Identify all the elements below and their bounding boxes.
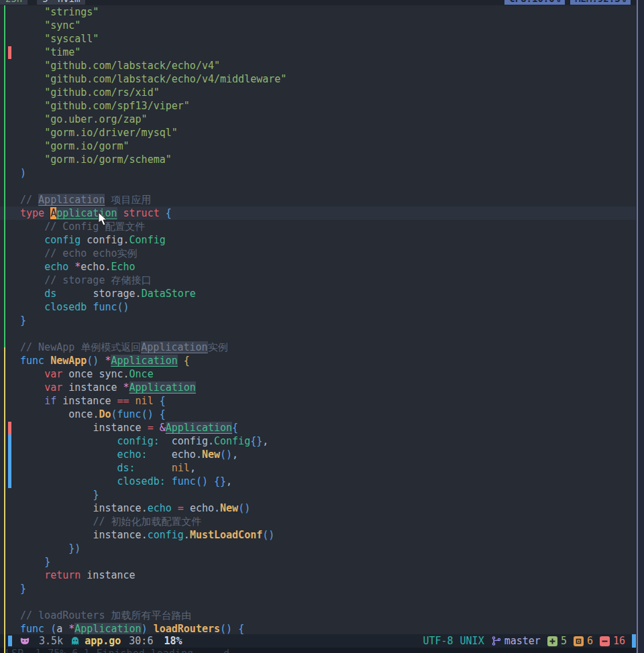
statusline: 3.5k app.go 30:6 18% UTF-8 UNIX master 5… [0, 634, 637, 648]
git-sign-blue [8, 475, 11, 488]
code-line[interactable]: ds storage.DataStore [0, 287, 636, 300]
code-line[interactable]: "gorm.io/gorm/schema" [0, 153, 636, 166]
tmux-clock: 25h [0, 0, 28, 5]
code-line[interactable]: "go.uber.org/zap" [0, 113, 636, 126]
code-line[interactable]: if instance == nil { [0, 394, 636, 408]
git-sign-blue [8, 461, 11, 475]
code-line[interactable]: } [0, 555, 636, 569]
code-line[interactable]: "gorm.io/driver/mysql" [0, 126, 636, 139]
code-line[interactable]: }) [0, 542, 636, 555]
git-sign-red [8, 422, 11, 434]
git-sign-column [0, 5, 13, 634]
code-line[interactable]: // Config 配置文件 [0, 220, 636, 233]
code-line[interactable]: func NewApp() *Application { [0, 354, 636, 367]
gutter-line-changed [4, 347, 5, 653]
code-line[interactable]: func (a *Application) loadRouters() { [0, 622, 636, 634]
code-line[interactable]: var once sync.Once [0, 367, 636, 381]
cpu-indicator: CPU:10.0% [504, 0, 565, 5]
git-branch-icon [491, 636, 502, 646]
mouse-cursor [98, 212, 109, 227]
mode-indicator [8, 636, 12, 646]
code-line[interactable]: type Application struct { [0, 206, 636, 220]
code-line[interactable]: // storage 存储接口 [0, 274, 636, 287]
scrollbar[interactable] [636, 0, 644, 653]
code-line[interactable] [0, 327, 636, 341]
file-buffer-icon [70, 636, 80, 646]
mem-indicator: MEM:92.3% [570, 0, 631, 5]
code-line[interactable]: instance.config.MustLoadConf() [0, 528, 636, 542]
code-line[interactable]: ds: nil, [0, 461, 636, 475]
eol-format: UNIX [460, 635, 484, 647]
code-line[interactable]: instance = &Application{ [0, 421, 636, 434]
code-line[interactable]: closedb func() [0, 300, 636, 314]
code-line[interactable]: ) [0, 166, 636, 180]
filename[interactable]: app.go [85, 635, 121, 647]
diff-added-count: 5 [561, 635, 567, 647]
code-line[interactable]: // loadRouters 加载所有平台路由 [0, 609, 636, 622]
diff-changed-count: 6 [587, 635, 593, 647]
code-line[interactable] [0, 180, 636, 193]
gutter-line-added [4, 5, 5, 347]
tmux-status-bar: 25h 5nvim CPU:10.0% MEM:92.3% [0, 0, 636, 5]
encoding: UTF-8 [423, 635, 453, 647]
vim-mode-icon [19, 636, 31, 646]
code-line[interactable]: config config.Config [0, 233, 636, 247]
code-line[interactable]: } [0, 582, 636, 595]
code-line[interactable]: "strings" [0, 5, 636, 19]
code-line[interactable]: // NewApp 单例模式返回Application实例 [0, 341, 636, 354]
code-line[interactable]: "sync" [0, 19, 636, 32]
code-line[interactable]: "syscall" [0, 32, 636, 46]
code-line[interactable]: closedb: func() {}, [0, 475, 636, 488]
code-line[interactable]: once.Do(func() { [0, 408, 636, 421]
code-line[interactable] [0, 595, 636, 609]
tmux-window-tab[interactable]: 5nvim [37, 0, 85, 5]
code-line[interactable]: } [0, 488, 636, 501]
git-branch[interactable]: master [504, 635, 541, 647]
code-area[interactable]: "strings" "sync" "syscall" "time" "githu… [0, 5, 636, 634]
buffer-size: 3.5k [39, 635, 63, 647]
diff-removed-count: 16 [613, 635, 625, 647]
code-line[interactable]: } [0, 314, 636, 327]
diff-removed-icon [600, 636, 610, 646]
code-line[interactable]: "github.com/spf13/viper" [0, 99, 636, 113]
code-line[interactable]: config: config.Config{}, [0, 434, 636, 448]
code-editor[interactable]: "strings" "sync" "syscall" "time" "githu… [0, 5, 636, 634]
git-sign-red [8, 46, 11, 59]
code-line[interactable]: // Application 项目应用 [0, 193, 636, 206]
code-line[interactable]: "github.com/labstack/echo/v4" [0, 59, 636, 72]
git-sign-blue [8, 434, 11, 448]
code-line[interactable]: instance.echo = echo.New() [0, 501, 636, 515]
diff-changed-icon [574, 636, 584, 646]
code-line[interactable]: // 初始化加载配置文件 [0, 515, 636, 528]
code-line[interactable]: echo *echo.Echo [0, 260, 636, 274]
terminal-screen: 25h 5nvim CPU:10.0% MEM:92.3% "strings" … [0, 0, 644, 653]
cmdline-message: LSP~ l.75% 6 l Finished loading ... d [0, 648, 636, 653]
diff-added-icon [547, 636, 557, 646]
code-line[interactable]: "time" [0, 46, 636, 59]
code-line[interactable]: "github.com/rs/xid" [0, 86, 636, 99]
git-sign-blue [8, 448, 11, 461]
code-line[interactable]: "github.com/labstack/echo/v4/middleware" [0, 72, 636, 86]
code-line[interactable]: // echo echo实例 [0, 247, 636, 260]
cursor-position: 30:6 [129, 635, 153, 647]
scroll-percent: 18% [164, 635, 182, 647]
code-line[interactable]: "gorm.io/gorm" [0, 139, 636, 153]
code-line[interactable]: echo: echo.New(), [0, 448, 636, 461]
code-line[interactable]: var instance *Application [0, 381, 636, 394]
scrollbar-track[interactable] [637, 0, 638, 653]
code-line[interactable]: return instance [0, 569, 636, 582]
